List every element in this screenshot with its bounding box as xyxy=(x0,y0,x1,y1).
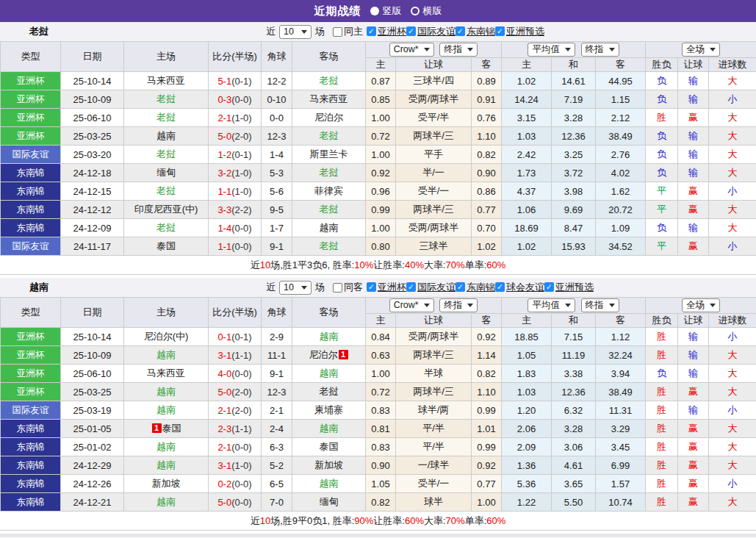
competition-checkbox-东南锦[interactable]: 东南锦 xyxy=(456,25,495,38)
competition-checkbox-国际友谊[interactable]: 国际友谊 xyxy=(406,25,456,38)
away-team-name: 缅甸 xyxy=(320,496,339,507)
subheader-avg-draw: 和 xyxy=(552,58,596,72)
competition-checkbox-亚洲杯[interactable]: 亚洲杯 xyxy=(367,25,406,38)
radio-horizontal-layout[interactable]: 横版 xyxy=(411,4,442,18)
table-row: 亚洲杯25-06-10马来西亚4-0(0-0)9-1越南1.00半球0.821.… xyxy=(1,365,756,383)
result-handicap: 输 xyxy=(678,365,709,383)
radio-vertical-label: 竖版 xyxy=(383,4,402,18)
summary-value: 70% xyxy=(446,515,465,526)
result-handicap: 赢 xyxy=(678,493,709,512)
away-team-name: 新加坡 xyxy=(314,459,343,470)
away-team: 老挝 xyxy=(292,201,366,219)
result-goals: 小 xyxy=(709,475,756,493)
competition-checkbox-亚洲预选[interactable]: 亚洲预选 xyxy=(544,281,594,294)
avg-home-odds: 3.15 xyxy=(502,109,552,127)
bookmaker-final-select[interactable]: 终指 xyxy=(439,298,478,312)
bookmaker-final-select[interactable]: 终指 xyxy=(439,43,478,57)
result-wdl: 胜 xyxy=(646,328,678,346)
average-final-value: 终指 xyxy=(586,299,604,312)
away-odds: 0.92 xyxy=(472,456,502,475)
handicap-line: 一/球半 xyxy=(396,456,472,475)
team-section: 越南 近 10 场 同客 亚洲杯国际友谊东南锦球会友谊亚洲预选 xyxy=(0,278,756,534)
result-goals: 大 xyxy=(709,219,756,237)
home-odds: 0.80 xyxy=(366,237,396,256)
same-side-checkbox[interactable]: 同客 xyxy=(333,281,363,294)
scope-select-cell: 全场 xyxy=(646,298,756,314)
away-odds: 0.89 xyxy=(472,72,502,90)
checkbox-checked-icon xyxy=(406,26,416,36)
chevron-down-icon xyxy=(467,304,473,307)
fulltime-score: 0-3 xyxy=(217,94,231,105)
subheader-result-cover: 让球 xyxy=(678,314,709,328)
bookmaker-select[interactable]: Crow* xyxy=(389,298,434,312)
type-badge: 东南锦 xyxy=(1,438,61,456)
halftime-score: (1-0) xyxy=(231,168,251,179)
away-team-name: 斯里兰卡 xyxy=(310,148,348,159)
home-team-name: 老挝 xyxy=(156,222,176,233)
result-goals: 大 xyxy=(709,420,756,438)
match-count-value: 10 xyxy=(284,282,294,293)
avg-home-odds: 18.69 xyxy=(502,219,552,237)
type-badge: 国际友谊 xyxy=(1,401,61,420)
average-final-select[interactable]: 终指 xyxy=(581,43,619,57)
competition-checkbox-亚洲杯[interactable]: 亚洲杯 xyxy=(367,281,406,294)
avg-draw-odds: 8.47 xyxy=(552,219,596,237)
page-title: 近期战绩 xyxy=(314,4,361,18)
radio-vertical-layout[interactable]: 竖版 xyxy=(370,4,402,18)
away-team-name: 尼泊尔 xyxy=(309,349,338,360)
result-goals: 大 xyxy=(709,109,756,127)
average-select[interactable]: 平均值 xyxy=(528,43,575,57)
avg-home-odds: 1.20 xyxy=(502,401,552,420)
fulltime-score: 2-3 xyxy=(217,423,231,434)
column-header-corner: 角球 xyxy=(262,42,292,72)
result-wdl: 负 xyxy=(646,127,678,146)
checkbox-checked-icon xyxy=(406,282,416,292)
avg-draw-odds: 3.72 xyxy=(552,164,596,182)
competition-checkbox-国际友谊[interactable]: 国际友谊 xyxy=(406,281,456,294)
type-badge: 东南锦 xyxy=(1,201,61,219)
stats-table: 类型 日期 主场 比分(半场) 角球 客场 Crow* 终指 xyxy=(0,297,756,512)
near-label: 近 xyxy=(266,281,276,294)
halftime-score: (1-0) xyxy=(231,460,251,471)
bookmaker-select[interactable]: Crow* xyxy=(389,43,434,57)
subheader-handicap: 让球 xyxy=(396,314,472,328)
away-team-name: 老挝 xyxy=(320,75,339,86)
column-header-corner: 角球 xyxy=(262,298,292,328)
home-odds: 0.99 xyxy=(366,201,396,219)
match-date: 25-03-19 xyxy=(61,401,124,420)
type-badge: 亚洲杯 xyxy=(1,365,61,383)
competition-label: 球会友谊 xyxy=(506,281,544,294)
match-date: 24-12-29 xyxy=(61,456,124,475)
match-count-select[interactable]: 10 xyxy=(279,25,312,39)
result-handicap: 输 xyxy=(678,328,709,346)
table-row: 国际友谊24-11-17泰国1-1(0-0)9-1老挝0.80三球半1.021.… xyxy=(1,237,756,256)
summary-value: 70% xyxy=(446,259,465,270)
result-goals: 大 xyxy=(709,164,756,182)
match-date: 24-12-15 xyxy=(61,182,124,201)
handicap-line: 球半/两 xyxy=(396,401,472,420)
scope-select[interactable]: 全场 xyxy=(682,298,720,312)
competition-checkbox-东南锦[interactable]: 东南锦 xyxy=(456,281,495,294)
average-select[interactable]: 平均值 xyxy=(528,298,575,312)
away-odds: 1.10 xyxy=(472,127,502,146)
scope-select[interactable]: 全场 xyxy=(682,43,720,57)
match-count-select[interactable]: 10 xyxy=(279,281,312,295)
handicap-line: 三球半 xyxy=(396,237,472,256)
fulltime-score: 5-1 xyxy=(217,76,231,87)
filter-bar: 近 10 场 同客 亚洲杯国际友谊东南锦球会友谊亚洲预选 xyxy=(264,278,594,297)
result-handicap: 输 xyxy=(678,219,709,237)
fulltime-score: 0-2 xyxy=(217,478,231,489)
competition-label: 亚洲预选 xyxy=(506,25,544,38)
halftime-score: (0-0) xyxy=(231,241,251,252)
scope-select-value: 全场 xyxy=(686,43,705,56)
column-header-away: 客场 xyxy=(292,298,366,328)
average-final-select[interactable]: 终指 xyxy=(581,298,619,312)
competition-label: 东南锦 xyxy=(467,281,495,294)
type-badge: 亚洲杯 xyxy=(1,383,61,401)
match-date: 24-12-12 xyxy=(61,201,124,219)
away-odds: 1.14 xyxy=(472,346,502,365)
competition-checkbox-球会友谊[interactable]: 球会友谊 xyxy=(495,281,544,294)
same-side-checkbox[interactable]: 同主 xyxy=(333,25,363,38)
home-team-name: 越南 xyxy=(156,386,176,397)
competition-checkbox-亚洲预选[interactable]: 亚洲预选 xyxy=(495,25,544,38)
